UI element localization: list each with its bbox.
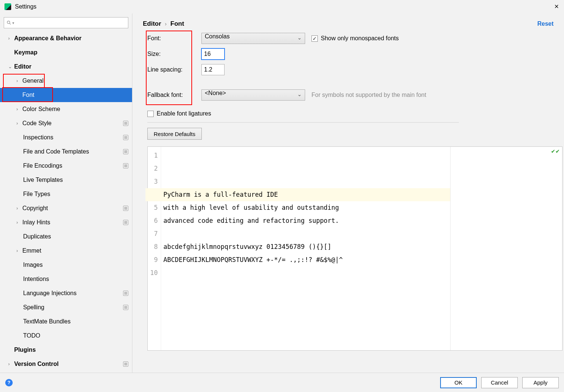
sidebar-item-plugins[interactable]: Plugins xyxy=(0,343,132,357)
chevron-right-icon: › xyxy=(8,361,14,367)
sidebar-item-todo[interactable]: TODO xyxy=(0,329,132,343)
restore-defaults-button[interactable]: Restore Defaults xyxy=(147,128,202,140)
project-scheme-icon xyxy=(123,291,128,296)
sidebar-item-images[interactable]: Images xyxy=(0,258,132,272)
font-preview: 1 2 3 4 5 6 7 8 9 10 PyCharm is a full-f… xyxy=(147,146,563,351)
title-bar: Settings × xyxy=(0,0,564,13)
help-icon[interactable]: ? xyxy=(5,379,13,386)
apply-button[interactable]: Apply xyxy=(522,377,559,388)
line-spacing-label: Line spacing: xyxy=(147,66,198,73)
preview-right-gutter: ✔✔ xyxy=(450,147,562,350)
breadcrumb: Editor › Font Reset xyxy=(132,13,564,31)
svg-line-1 xyxy=(10,23,11,25)
settings-search-input[interactable] xyxy=(16,20,126,26)
project-scheme-icon xyxy=(123,163,128,168)
project-scheme-icon xyxy=(123,135,128,140)
project-scheme-icon xyxy=(123,220,128,225)
chevron-right-icon: › xyxy=(16,121,22,126)
project-scheme-icon xyxy=(123,206,128,211)
breadcrumb-leaf: Font xyxy=(170,20,184,28)
settings-main-panel: Editor › Font Reset Font: Consolas ✓ Sho… xyxy=(132,13,564,373)
chevron-right-icon: › xyxy=(16,220,22,225)
project-scheme-icon xyxy=(123,121,128,126)
size-input[interactable] xyxy=(201,48,225,60)
mono-only-checkbox[interactable]: ✓ xyxy=(311,35,318,42)
reset-link[interactable]: Reset xyxy=(537,20,554,27)
preview-code[interactable]: PyCharm is a full-featured IDE with a hi… xyxy=(161,147,450,350)
svg-point-0 xyxy=(7,21,10,23)
sidebar-item-code-style[interactable]: › Code Style xyxy=(0,116,132,130)
sidebar-item-font[interactable]: Font xyxy=(0,88,132,102)
project-scheme-icon xyxy=(123,361,128,367)
chevron-right-icon: › xyxy=(16,206,22,211)
cancel-button[interactable]: Cancel xyxy=(481,377,518,388)
chevron-right-icon: › xyxy=(8,36,14,41)
sidebar-item-language-injections[interactable]: Language Injections xyxy=(0,286,132,300)
chevron-right-icon: › xyxy=(16,248,22,253)
window-title: Settings xyxy=(15,3,37,10)
sidebar-item-emmet[interactable]: › Emmet xyxy=(0,244,132,258)
mono-only-label: Show only monospaced fonts xyxy=(321,35,399,42)
sidebar-item-general[interactable]: › General xyxy=(0,74,132,88)
breadcrumb-root[interactable]: Editor xyxy=(143,20,161,28)
app-icon xyxy=(4,3,11,10)
settings-search[interactable]: ▾ xyxy=(4,17,128,28)
inspection-ok-icon: ✔✔ xyxy=(551,148,560,154)
sidebar-item-keymap[interactable]: Keymap xyxy=(0,45,132,60)
chevron-right-icon: › xyxy=(165,21,167,27)
fallback-hint: For symbols not supported by the main fo… xyxy=(311,92,554,98)
sidebar-item-inlay-hints[interactable]: › Inlay Hints xyxy=(0,215,132,230)
sidebar-item-intentions[interactable]: Intentions xyxy=(0,272,132,286)
sidebar-item-spelling[interactable]: Spelling xyxy=(0,300,132,314)
sidebar-item-file-encodings[interactable]: File Encodings xyxy=(0,159,132,173)
font-select[interactable]: Consolas xyxy=(201,33,305,44)
divider xyxy=(147,122,459,123)
sidebar-item-color-scheme[interactable]: › Color Scheme xyxy=(0,102,132,116)
sidebar-item-duplicates[interactable]: Duplicates xyxy=(0,230,132,244)
search-icon xyxy=(6,20,12,25)
line-spacing-input[interactable] xyxy=(201,64,225,75)
sidebar-item-file-types[interactable]: File Types xyxy=(0,187,132,201)
close-icon[interactable]: × xyxy=(554,2,559,11)
ligatures-checkbox[interactable] xyxy=(147,111,154,117)
sidebar-item-inspections[interactable]: Inspections xyxy=(0,130,132,145)
font-label: Font: xyxy=(147,35,198,42)
project-scheme-icon xyxy=(123,305,128,310)
ligatures-label: Enable font ligatures xyxy=(157,110,211,117)
settings-sidebar: ▾ › Appearance & Behavior Keymap ⌄ Edito… xyxy=(0,13,132,373)
sidebar-item-editor[interactable]: ⌄ Editor xyxy=(0,60,132,74)
sidebar-item-textmate[interactable]: TextMate Bundles xyxy=(0,314,132,329)
preview-gutter: 1 2 3 4 5 6 7 8 9 10 xyxy=(148,147,161,350)
fallback-font-select[interactable]: <None> xyxy=(201,89,305,101)
fallback-font-label: Fallback font: xyxy=(147,92,198,98)
sidebar-item-appearance-behavior[interactable]: › Appearance & Behavior xyxy=(0,31,132,45)
settings-tree: › Appearance & Behavior Keymap ⌄ Editor … xyxy=(0,31,132,373)
search-history-dropdown-icon[interactable]: ▾ xyxy=(12,21,14,25)
ok-button[interactable]: OK xyxy=(440,377,477,388)
sidebar-item-live-templates[interactable]: Live Templates xyxy=(0,173,132,187)
dialog-button-bar: ? OK Cancel Apply xyxy=(0,373,564,392)
project-scheme-icon xyxy=(123,149,128,154)
chevron-down-icon: ⌄ xyxy=(8,64,14,69)
sidebar-item-copyright[interactable]: › Copyright xyxy=(0,201,132,215)
size-label: Size: xyxy=(147,51,198,57)
chevron-right-icon: › xyxy=(16,107,22,112)
sidebar-item-file-code-templates[interactable]: File and Code Templates xyxy=(0,145,132,159)
sidebar-item-version-control[interactable]: › Version Control xyxy=(0,357,132,371)
chevron-right-icon: › xyxy=(16,78,22,83)
